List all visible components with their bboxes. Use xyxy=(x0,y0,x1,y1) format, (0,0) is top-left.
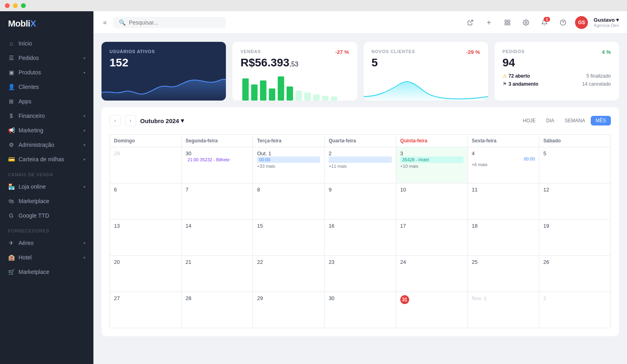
collapse-sidebar-button[interactable]: « xyxy=(101,17,108,28)
svg-rect-13 xyxy=(269,88,275,101)
cal-day-24[interactable]: 24 xyxy=(396,256,468,292)
cal-view-dia[interactable]: DIA xyxy=(541,116,559,125)
sidebar-item-loja-online[interactable]: 🏪 Loja online ▾ xyxy=(0,179,93,194)
calendar-title[interactable]: Outubro 2024 ▾ xyxy=(140,117,184,124)
sidebar-item-carteira[interactable]: 💳 Carteira de milhas ▾ xyxy=(0,152,93,167)
logo-x: X xyxy=(30,19,36,29)
header-actions: 2 GS Gustavo ▾ Agencia Dev xyxy=(464,16,619,29)
minimize-button[interactable] xyxy=(13,3,18,8)
cal-day-8[interactable]: 8 xyxy=(253,183,325,220)
cal-day-27[interactable]: 27 xyxy=(110,292,182,328)
cal-event-1-1[interactable]: 00:00 xyxy=(257,156,320,163)
cal-view-hoje[interactable]: HOJE xyxy=(518,116,540,125)
cal-day-30[interactable]: 30 xyxy=(325,292,396,328)
cal-day-22[interactable]: 22 xyxy=(253,256,325,292)
svg-rect-19 xyxy=(322,96,329,101)
cal-day-10[interactable]: 10 xyxy=(396,183,468,220)
cal-day-15[interactable]: 15 xyxy=(253,220,325,256)
cal-day-14[interactable]: 14 xyxy=(182,220,253,256)
cal-event-3-1[interactable]: 35428 - Hotel xyxy=(400,156,464,163)
cal-header-quinta: Quinta-feira xyxy=(396,135,468,147)
sidebar-item-pedidos[interactable]: ☰ Pedidos ▾ xyxy=(0,51,93,65)
svg-rect-17 xyxy=(304,93,311,101)
sidebar-item-aereo[interactable]: ✈ Aéreo ▾ xyxy=(0,236,93,250)
help-button[interactable] xyxy=(557,16,569,29)
google-icon: G xyxy=(8,212,14,219)
sidebar-item-marketplace[interactable]: 🛍 Marketplace xyxy=(0,194,93,208)
cal-header-domingo: Domingo xyxy=(110,135,182,147)
maximize-button[interactable] xyxy=(21,3,26,8)
cal-day-5-oct[interactable]: 5 xyxy=(539,147,611,183)
cal-day-21[interactable]: 21 xyxy=(182,256,253,292)
search-bar: 🔍 xyxy=(113,17,226,28)
add-button[interactable] xyxy=(482,16,495,29)
cal-day-16[interactable]: 16 xyxy=(325,220,396,256)
cal-day-29[interactable]: 29 xyxy=(253,292,325,328)
cal-header-quarta: Quarta-feira xyxy=(325,135,396,147)
sidebar-item-apps[interactable]: ⊞ Apps xyxy=(0,94,93,109)
cal-day-nov1[interactable]: Nov. 1 xyxy=(468,292,540,328)
cal-day-13[interactable]: 13 xyxy=(110,220,182,256)
stats-row: USUÁRIOS ATIVOS 152 xyxy=(101,42,619,101)
stat-percent-3: 4 % xyxy=(602,49,611,55)
cal-day-20[interactable]: 20 xyxy=(110,256,182,292)
store-icon: 🏪 xyxy=(8,183,14,190)
svg-rect-5 xyxy=(505,23,507,25)
svg-point-7 xyxy=(525,22,527,23)
cal-header-sexta: Sexta-feira xyxy=(468,135,540,147)
cal-day-23[interactable]: 23 xyxy=(325,256,396,292)
pedidos-cancelado: 14 cancelado xyxy=(560,81,611,87)
cal-view-mes[interactable]: MÊS xyxy=(591,116,611,125)
external-link-button[interactable] xyxy=(464,16,477,29)
credit-card-icon: 💳 xyxy=(8,156,14,162)
sidebar-item-clientes[interactable]: 👤 Clientes xyxy=(0,80,93,94)
cal-event-2-1[interactable] xyxy=(329,156,392,163)
avatar[interactable]: GS xyxy=(575,16,588,29)
cal-day-12[interactable]: 12 xyxy=(539,183,611,220)
cal-day-19[interactable]: 19 xyxy=(539,220,611,256)
cal-event-30-1[interactable]: 21:00 35232 - Bilhete xyxy=(186,156,249,163)
sidebar-item-hotel[interactable]: 🏨 Hotel ▾ xyxy=(0,250,93,265)
search-input[interactable] xyxy=(129,19,220,26)
settings-button[interactable] xyxy=(519,16,532,29)
flag-icon: ⚑ xyxy=(503,81,507,87)
sidebar-item-administracao[interactable]: ⚙ Administração ▾ xyxy=(0,138,93,152)
notifications-button[interactable]: 2 xyxy=(538,16,551,29)
cal-day-28[interactable]: 28 xyxy=(182,292,253,328)
cal-day-18[interactable]: 18 xyxy=(468,220,540,256)
cal-day-3-oct[interactable]: 3 35428 - Hotel +10 mais xyxy=(396,147,468,183)
sidebar-item-marketing[interactable]: 📢 Marketing ▾ xyxy=(0,123,93,138)
cal-day-25[interactable]: 25 xyxy=(468,256,540,292)
svg-rect-6 xyxy=(508,23,510,25)
cal-day-nov2[interactable]: 2 xyxy=(539,292,611,328)
section-canais: Canais de venda xyxy=(0,167,93,179)
cal-day-11[interactable]: 11 xyxy=(468,183,540,220)
cal-day-1-oct[interactable]: Out. 1 00:00 +33 mais xyxy=(253,147,325,183)
calendar-next-button[interactable]: › xyxy=(125,115,136,126)
cal-day-9[interactable]: 9 xyxy=(325,183,396,220)
sidebar-item-financeiro[interactable]: $ Financeiro ▾ xyxy=(0,109,93,123)
cal-view-semana[interactable]: SEMANA xyxy=(560,116,590,125)
cal-day-4-oct[interactable]: 4 00:00 +6 mais xyxy=(468,147,540,183)
cal-day-29-sep[interactable]: 29 xyxy=(110,147,182,183)
sidebar-item-marketplace2[interactable]: 🛒 Marketplace xyxy=(0,265,93,279)
svg-rect-10 xyxy=(242,78,249,101)
cal-day-30-sep[interactable]: 30 21:00 35232 - Bilhete xyxy=(182,147,253,183)
cal-day-7[interactable]: 7 xyxy=(182,183,253,220)
close-button[interactable] xyxy=(5,3,10,8)
cal-more-3: +10 mais xyxy=(400,164,464,169)
stat-value-1: R$56.393,53 xyxy=(240,57,349,68)
sidebar-item-inicio[interactable]: ⌂ Início xyxy=(0,36,93,51)
cal-day-31[interactable]: 31 xyxy=(396,292,468,328)
sidebar-item-produtos[interactable]: ▣ Produtos ▾ xyxy=(0,65,93,80)
cal-event-4-1[interactable]: 00:00 xyxy=(472,156,535,161)
sidebar-item-google-ttd[interactable]: G Google TTD xyxy=(0,208,93,223)
cal-day-26[interactable]: 26 xyxy=(539,256,611,292)
cal-day-2-oct[interactable]: 2 +11 mais xyxy=(325,147,396,183)
stat-label-2: NOVOS CLIENTES xyxy=(372,49,480,54)
cal-day-6[interactable]: 6 xyxy=(110,183,182,220)
grid-view-button[interactable] xyxy=(501,16,514,29)
calendar-prev-button[interactable]: ‹ xyxy=(110,115,121,126)
chevron-down-icon: ▾ xyxy=(83,185,85,189)
cal-day-17[interactable]: 17 xyxy=(396,220,468,256)
